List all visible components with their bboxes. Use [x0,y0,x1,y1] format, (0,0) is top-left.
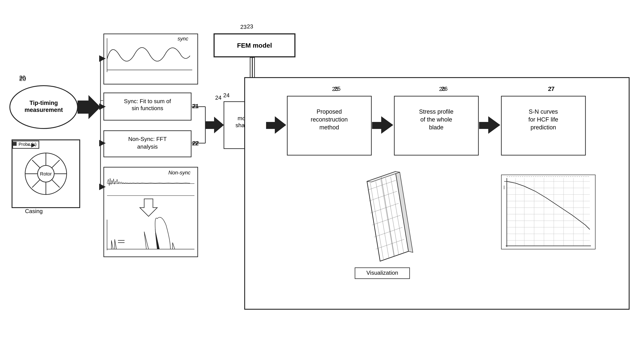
svg-text:reconstruction: reconstruction [311,116,348,123]
svg-text:for HCF life: for HCF life [528,116,558,123]
label-20: 20 [19,74,26,81]
svg-text:analysis: analysis [137,143,158,150]
svg-text:method: method [320,124,339,131]
label-23: 23 [240,24,247,30]
svg-text:FEM model: FEM model [237,42,272,49]
svg-rect-57 [214,34,295,57]
svg-rect-53 [224,102,266,149]
svg-marker-62 [247,99,258,108]
diagram-container: Tip-timing measurement 20 Rotor Probe (s… [0,0,644,337]
svg-line-87 [369,191,397,201]
svg-text:|: | [504,185,505,189]
svg-rect-20 [104,34,198,84]
svg-marker-83 [396,172,413,252]
svg-text:sync: sync [178,36,188,42]
svg-text:Probe (s): Probe (s) [18,142,36,147]
svg-text:blade: blade [429,124,444,131]
svg-line-93 [376,181,389,258]
svg-line-96 [390,177,404,253]
svg-point-2 [10,86,78,129]
svg-text:Casing: Casing [25,208,43,214]
label-22: 22 [193,140,199,147]
svg-line-10 [32,160,60,187]
svg-line-89 [372,215,400,225]
svg-text:Proposed: Proposed [316,108,342,115]
svg-text:S-N curves: S-N curves [529,108,558,115]
svg-text:Stress profile: Stress profile [419,108,454,115]
label-27: 27 [548,86,554,93]
svg-rect-6 [12,140,80,208]
svg-rect-14 [13,141,39,148]
label-24: 24 [215,94,222,101]
svg-rect-97 [355,268,410,279]
label-21: 21 [193,103,199,110]
svg-marker-52 [205,117,224,133]
svg-line-11 [32,160,60,187]
svg-rect-99 [501,175,595,249]
svg-text:prediction: prediction [530,124,556,131]
svg-rect-24 [104,93,191,120]
svg-text:24: 24 [223,92,230,99]
svg-rect-15 [13,142,16,146]
svg-text:of the whole: of the whole [420,116,452,123]
svg-marker-64 [266,116,286,134]
svg-line-90 [374,227,402,237]
svg-marker-84 [367,172,400,182]
svg-line-91 [376,239,404,249]
svg-marker-60 [250,58,259,105]
svg-point-7 [25,153,67,194]
svg-text:shapes: shapes [236,122,254,129]
svg-text:Non-Sync: FFT: Non-Sync: FFT [128,136,167,142]
svg-text:Sync: Fit to sum of: Sync: Fit to sum of [124,98,171,105]
svg-rect-32 [104,167,198,257]
svg-rect-28 [104,131,191,157]
svg-rect-65 [287,96,371,155]
svg-marker-82 [367,172,408,261]
svg-line-95 [386,178,399,255]
svg-rect-63 [245,78,629,309]
svg-point-12 [38,165,54,182]
svg-text:measurement: measurement [24,107,63,113]
svg-text:Visualization: Visualization [366,269,398,276]
svg-line-94 [381,180,394,256]
svg-text:23: 23 [247,23,253,30]
svg-marker-19 [78,95,100,119]
svg-line-92 [370,183,384,259]
svg-rect-71 [394,96,478,155]
svg-marker-76 [479,116,500,134]
svg-text:mode: mode [238,115,252,122]
svg-line-85 [381,177,394,256]
label-25: 25 [332,86,338,93]
label-26: 26 [439,86,446,93]
svg-rect-77 [501,96,586,155]
svg-text:Non-sync: Non-sync [168,170,190,175]
svg-line-88 [370,203,399,213]
svg-text:Tip-timing: Tip-timing [30,100,58,106]
svg-line-86 [368,180,396,190]
svg-marker-70 [372,116,393,134]
svg-text:sin functions: sin functions [132,105,164,112]
svg-text:Rotor: Rotor [40,171,52,177]
svg-marker-36 [140,199,157,216]
